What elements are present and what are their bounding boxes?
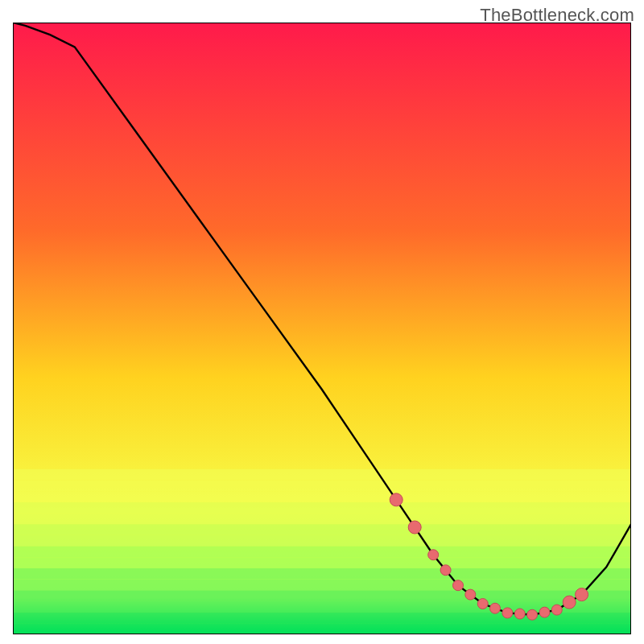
svg-rect-12 (13, 601, 631, 613)
svg-rect-4 (13, 514, 631, 525)
svg-rect-3 (13, 502, 631, 514)
svg-rect-1 (13, 480, 631, 491)
svg-rect-14 (13, 623, 631, 634)
svg-rect-11 (13, 590, 631, 601)
marker-dot (453, 580, 464, 591)
marker-dot (551, 605, 562, 615)
svg-rect-8 (13, 557, 631, 568)
marker-dot (576, 588, 588, 601)
watermark-text: TheBottleneck.com (480, 5, 634, 26)
svg-rect-0 (13, 469, 631, 481)
svg-rect-6 (13, 535, 631, 547)
marker-dot (514, 609, 525, 619)
svg-rect-5 (13, 524, 631, 535)
marker-dot (527, 609, 538, 620)
chart-frame: TheBottleneck.com (0, 0, 644, 644)
marker-dot (428, 550, 439, 560)
svg-rect-7 (13, 547, 631, 558)
marker-dot (465, 589, 476, 600)
svg-rect-2 (13, 491, 631, 502)
marker-dot (477, 599, 488, 609)
marker-dot (490, 603, 501, 613)
svg-rect-10 (13, 580, 631, 591)
marker-dot (539, 607, 550, 617)
marker-dot (502, 608, 513, 618)
marker-dot (563, 596, 576, 609)
marker-dot (408, 521, 421, 534)
marker-dot (390, 493, 402, 506)
marker-dot (440, 565, 451, 576)
chart-plot (13, 23, 631, 634)
chart-svg (13, 23, 631, 634)
svg-rect-9 (13, 568, 631, 580)
